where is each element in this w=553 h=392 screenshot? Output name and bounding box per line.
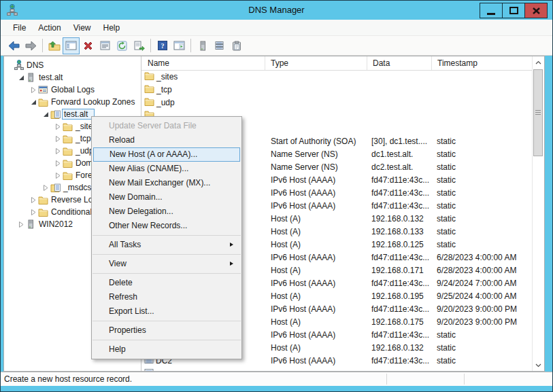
- folder-icon: [63, 147, 74, 156]
- tree-expander-icon[interactable]: [53, 148, 63, 154]
- folder-icon: [38, 98, 50, 107]
- menu-item-new-delegation[interactable]: New Delegation...: [93, 204, 240, 219]
- table-row[interactable]: _udp: [141, 96, 533, 109]
- record-timestamp: static: [432, 240, 533, 249]
- menu-item-refresh[interactable]: Refresh: [93, 290, 240, 304]
- tree-item-forward-lookup-zones[interactable]: Forward Lookup Zones: [4, 96, 141, 108]
- record-data: fd47:d11e:43c...: [367, 253, 432, 262]
- forward-button[interactable]: [22, 37, 39, 54]
- record-data: [30], dc1.test....: [367, 137, 432, 146]
- table-row[interactable]: _sites: [141, 70, 533, 83]
- menu-item-all-tasks[interactable]: All Tasks: [93, 238, 240, 252]
- status-divider: [464, 374, 465, 385]
- tree-expander-icon[interactable]: [53, 136, 63, 142]
- tree-expander-icon[interactable]: [53, 160, 63, 166]
- tree-expander-icon[interactable]: [16, 221, 26, 228]
- record-name: _udp: [156, 98, 175, 107]
- record-timestamp: static: [432, 149, 533, 159]
- record-data: dc2.test.alt.: [367, 162, 432, 172]
- tree-expander-icon[interactable]: [53, 173, 63, 179]
- menu-item-new-host-a-or-aaaa[interactable]: New Host (A or AAAA)...: [93, 147, 240, 162]
- tree-expander-icon[interactable]: [41, 111, 50, 118]
- table-row[interactable]: _tcp: [141, 83, 533, 96]
- up-one-level-button[interactable]: [46, 37, 63, 54]
- table-row[interactable]: [141, 367, 533, 371]
- menu-action[interactable]: Action: [32, 21, 67, 35]
- svg-text:?: ?: [161, 42, 164, 50]
- tree-item-global-logs[interactable]: Global Logs: [4, 84, 141, 96]
- tree-expander-icon[interactable]: [29, 209, 38, 215]
- help-icon: ?: [158, 41, 167, 50]
- record-type: IPv6 Host (AAAA): [265, 356, 367, 366]
- menu-item-view[interactable]: View: [93, 257, 240, 271]
- back-button[interactable]: [5, 37, 22, 54]
- tree-expander-icon[interactable]: [29, 87, 38, 93]
- menu-item-export-list[interactable]: Export List...: [93, 304, 240, 319]
- tree-expander-icon[interactable]: [29, 197, 38, 203]
- folder-icon: [63, 159, 74, 168]
- menu-help[interactable]: Help: [97, 21, 127, 35]
- server-status-button[interactable]: [194, 37, 211, 54]
- record-type: IPv6 Host (AAAA): [265, 304, 367, 314]
- minimize-button[interactable]: [480, 3, 502, 18]
- menu-item-help[interactable]: Help: [93, 342, 240, 357]
- new-window-button[interactable]: [171, 37, 188, 54]
- column-header-timestamp[interactable]: Timestamp: [432, 56, 533, 70]
- record-type: Host (A): [265, 343, 367, 353]
- vertical-scrollbar[interactable]: [532, 56, 544, 371]
- tree-expander-icon[interactable]: [53, 124, 63, 130]
- show-console-tree-button[interactable]: [63, 37, 80, 54]
- maximize-button[interactable]: [502, 3, 524, 18]
- help-button[interactable]: ?: [154, 37, 171, 54]
- scrollbar-thumb[interactable]: [533, 69, 543, 156]
- tree-expander-icon[interactable]: [41, 185, 50, 191]
- menu-item-new-mail-exchanger-mx[interactable]: New Mail Exchanger (MX)...: [93, 176, 240, 190]
- tree-expander-icon[interactable]: [16, 75, 26, 81]
- record-list-button[interactable]: [211, 37, 228, 54]
- scroll-up-button[interactable]: [533, 56, 543, 68]
- record-name: _sites: [156, 72, 178, 82]
- record-data: 192.168.0.171: [367, 266, 432, 275]
- tree-item-test-alt[interactable]: test.alt: [4, 71, 141, 84]
- record-data: fd47:d11e:43c...: [367, 201, 432, 211]
- column-header-data[interactable]: Data: [367, 56, 432, 70]
- record-timestamp: static: [432, 137, 533, 146]
- menu-item-new-domain[interactable]: New Domain...: [93, 190, 240, 204]
- close-button[interactable]: [524, 3, 547, 18]
- clipboard-icon: [232, 41, 241, 51]
- properties-button[interactable]: [97, 37, 114, 54]
- up-folder-icon: [48, 41, 61, 51]
- record-type: Host (A): [265, 214, 367, 224]
- records-stack-icon: [214, 41, 224, 50]
- menu-item-new-alias-cname[interactable]: New Alias (CNAME)...: [93, 162, 240, 176]
- record-timestamp: 9/24/2024 7:00:00 AM: [432, 279, 533, 288]
- record-name: _tcp: [156, 85, 172, 94]
- record-data: 192.168.0.133: [367, 227, 432, 236]
- record-data: fd47:d11e:43c...: [367, 356, 432, 366]
- record-timestamp: static: [432, 330, 533, 340]
- tree-expander-icon[interactable]: [29, 99, 38, 105]
- column-header-name[interactable]: Name: [141, 56, 265, 70]
- list-header: NameTypeDataTimestamp: [141, 56, 533, 71]
- record-timestamp: 9/20/2023 9:00:00 PM: [432, 304, 533, 314]
- column-header-type[interactable]: Type: [265, 56, 367, 70]
- menu-item-properties[interactable]: Properties: [93, 323, 240, 338]
- dns-manager-window: DNS Manager File Action View Help ? DNSt…: [0, 0, 553, 392]
- refresh-button[interactable]: [114, 37, 131, 54]
- record-timestamp: static: [432, 188, 533, 198]
- record-timestamp: static: [432, 214, 533, 224]
- menu-item-reload[interactable]: Reload: [93, 133, 240, 147]
- scroll-down-button[interactable]: [533, 359, 543, 371]
- delete-button[interactable]: [80, 37, 97, 54]
- menu-view[interactable]: View: [67, 21, 97, 35]
- menu-item-delete[interactable]: Delete: [93, 276, 240, 290]
- zone-icon: [50, 110, 62, 119]
- status-text: Create a new host resource record.: [4, 374, 132, 384]
- menu-item-other-new-records[interactable]: Other New Records...: [93, 219, 240, 233]
- export-list-icon: [134, 41, 145, 51]
- menu-file[interactable]: File: [7, 21, 32, 35]
- tree-item-dns[interactable]: DNS: [4, 59, 141, 71]
- export-list-button[interactable]: [131, 37, 148, 54]
- paste-button[interactable]: [228, 37, 245, 54]
- status-bar: Create a new host resource record.: [1, 372, 552, 386]
